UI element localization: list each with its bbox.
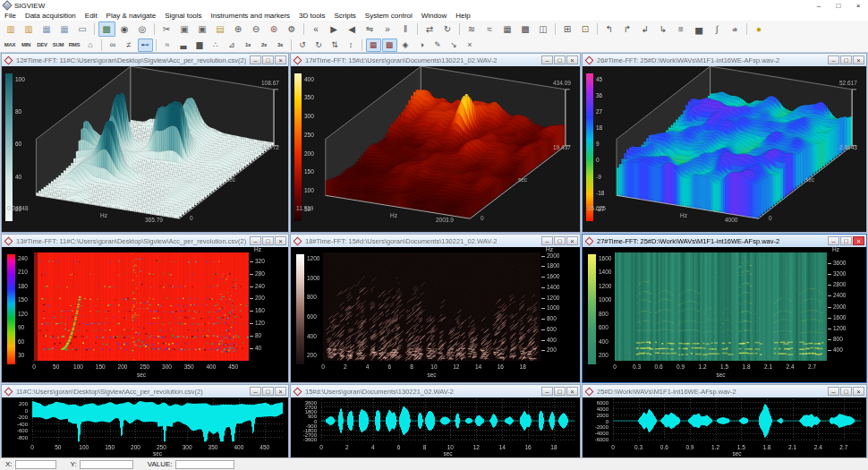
play-sound-icon[interactable]: ◀ — [344, 21, 361, 37]
go-end-icon[interactable]: » — [379, 21, 396, 37]
link-icon[interactable]: ∞ — [106, 38, 121, 52]
3d-spectrogram-icon[interactable]: ▩ — [382, 38, 397, 52]
window-close-button[interactable]: × — [566, 387, 578, 396]
window-maximize-button[interactable]: □ — [840, 236, 852, 245]
derivative-dt-icon[interactable]: dt — [727, 21, 744, 37]
colorbar[interactable] — [586, 73, 593, 221]
pause-icon[interactable]: ‖ — [397, 21, 414, 37]
window-close-button[interactable]: × — [853, 387, 864, 396]
window-minimize-button[interactable]: – — [250, 56, 261, 64]
plot-canvas[interactable] — [321, 399, 574, 442]
marker-max-icon[interactable]: MAX — [3, 38, 18, 52]
window-maximize-button[interactable]: □ — [554, 236, 566, 245]
window-maximize-button[interactable]: □ — [262, 56, 274, 64]
window-maximize-button[interactable]: □ — [554, 387, 566, 396]
plot-line-icon[interactable]: ≈ — [160, 38, 175, 52]
window-maximize-button[interactable]: □ — [262, 387, 274, 396]
plot-canvas[interactable] — [615, 252, 827, 361]
marker-dev-icon[interactable]: DEV — [35, 38, 50, 52]
tile-windows-icon[interactable]: ⊞ — [559, 21, 576, 37]
marker-custom-icon[interactable]: ⌂ — [83, 38, 98, 52]
axis-tool-3-icon[interactable]: ↲ — [637, 21, 654, 37]
play-loop-icon[interactable]: ⇋ — [362, 21, 379, 37]
window-titlebar[interactable]: 13#Time-FFT: 11#C:\Users\goran\Desktop\S… — [2, 235, 288, 247]
plot-canvas[interactable] — [613, 399, 861, 442]
window-close-button[interactable]: × — [853, 56, 864, 64]
3d-cube-icon[interactable]: ◈ — [398, 38, 413, 52]
plot-canvas[interactable] — [2, 66, 288, 232]
link-target-icon[interactable]: ⊷ — [138, 38, 153, 52]
flip-horizontal-icon[interactable]: ⇅ — [328, 38, 343, 52]
marker-rms-icon[interactable]: RMS — [67, 38, 82, 52]
window-minimize-button[interactable]: – — [541, 236, 553, 245]
window-close-button[interactable]: × — [275, 56, 286, 64]
3d-close-icon[interactable]: × — [463, 38, 478, 52]
plot-canvas[interactable] — [34, 252, 249, 361]
plot-bars-icon[interactable]: ▃ — [176, 38, 191, 52]
3d-surface-icon[interactable]: ▦ — [366, 38, 381, 52]
zoom-selection-icon[interactable]: ⊛ — [266, 21, 283, 37]
window-titlebar[interactable]: 15#d:\Users\goran\Documents\130221_02.WA… — [291, 385, 580, 397]
axis-tool-4-icon[interactable]: ↳ — [655, 21, 672, 37]
3d-edit-icon[interactable]: ✎ — [430, 38, 446, 52]
export-icon[interactable]: ⊡ — [577, 21, 594, 37]
integral-icon[interactable]: ∫ — [709, 21, 726, 37]
zoom-in-icon[interactable]: ⊕ — [230, 21, 247, 37]
window-titlebar[interactable]: 18#Time-FFT: 15#d:\Users\goran\Documents… — [291, 235, 580, 247]
signal-list-icon[interactable]: ≡ — [673, 21, 690, 37]
marker-sum-icon[interactable]: SUM — [51, 38, 66, 52]
window-minimize-button[interactable]: – — [828, 236, 839, 245]
window-maximize-button[interactable]: □ — [840, 387, 852, 396]
window-minimize-button[interactable]: – — [828, 56, 839, 64]
inverse-fft-icon[interactable]: ≈ — [481, 21, 498, 37]
refresh-icon[interactable]: ↻ — [439, 21, 456, 37]
rotate-right-icon[interactable]: ↻ — [311, 38, 327, 52]
plot-canvas[interactable] — [583, 66, 866, 232]
window-titlebar[interactable]: 26#Time-FFT: 25#D:\Work\WAVs\M1F1-int16W… — [583, 54, 866, 66]
play-icon[interactable]: ▶ — [326, 21, 343, 37]
3d-expand-icon[interactable]: ↘ — [447, 38, 462, 52]
window-close-button[interactable]: × — [566, 236, 578, 245]
record-stop-icon[interactable]: ◎ — [134, 21, 151, 37]
open-recent-icon[interactable]: ▥ — [21, 21, 38, 37]
window-minimize-button[interactable]: – — [828, 387, 839, 396]
window-maximize-button[interactable]: □ — [554, 56, 566, 64]
menu-play-navigate[interactable]: Play & navigate — [102, 12, 161, 20]
menu-3d-tools[interactable]: 3D tools — [294, 12, 329, 20]
save-icon[interactable]: ▦ — [38, 21, 55, 37]
settings-gear-icon[interactable]: ⚙ — [284, 21, 301, 37]
zoom-3x-icon[interactable]: 3x — [273, 38, 288, 52]
data-acquisition-icon[interactable]: ▭ — [74, 21, 91, 37]
window-titlebar[interactable]: 12#Time-FFT: 11#C:\Users\goran\Desktop\S… — [2, 54, 288, 66]
plot-step-icon[interactable]: ⊿ — [225, 38, 240, 52]
colorbar[interactable] — [5, 73, 13, 221]
plot-canvas[interactable] — [32, 399, 283, 442]
window-maximize-button[interactable]: □ — [262, 236, 274, 245]
window-close-button[interactable]: × — [853, 236, 864, 245]
menu-window[interactable]: Window — [417, 12, 451, 20]
window-titlebar[interactable]: 11#C:\Users\goran\Desktop\Sigview\Acc_pe… — [2, 385, 288, 397]
fft-icon[interactable]: ≋ — [464, 21, 481, 37]
window-titlebar[interactable]: 27#Time-FFT: 25#D:\Work\WAVs\M1F1-int16W… — [583, 235, 866, 247]
menu-edit[interactable]: Edit — [81, 12, 102, 20]
axis-tool-1-icon[interactable]: ↰ — [601, 21, 618, 37]
window-minimize-button[interactable]: – — [250, 387, 261, 396]
save-all-icon[interactable]: ▦ — [56, 21, 73, 37]
menu-scripts[interactable]: Scripts — [329, 12, 360, 20]
window-maximize-button[interactable]: □ — [840, 56, 852, 64]
app-maximize-button[interactable]: □ — [829, 2, 848, 10]
plot-dots-icon[interactable]: ∴ — [208, 38, 224, 52]
zoom-out-icon[interactable]: ⊖ — [248, 21, 265, 37]
colorbar[interactable] — [7, 254, 15, 364]
record-icon[interactable]: ◉ — [116, 21, 133, 37]
histogram-icon[interactable]: ▅ — [691, 21, 708, 37]
paste-icon[interactable]: ▤ — [212, 21, 229, 37]
unlink-icon[interactable]: ≠ — [122, 38, 137, 52]
menu-instruments-and-markers[interactable]: Instruments and markers — [207, 12, 294, 20]
zoom-2x-icon[interactable]: 2x — [257, 38, 272, 52]
open-file-icon[interactable]: ▥ — [3, 21, 20, 37]
zoom-1x-icon[interactable]: 1x — [241, 38, 256, 52]
window-titlebar[interactable]: 25#D:\Work\WAVs\M1F1-int16WE-AFsp.wav-2–… — [583, 385, 866, 397]
window-titlebar[interactable]: 17#Time-FFT: 15#d:\Users\goran\Documents… — [291, 54, 580, 66]
rotate-left-icon[interactable]: ↺ — [295, 38, 311, 52]
